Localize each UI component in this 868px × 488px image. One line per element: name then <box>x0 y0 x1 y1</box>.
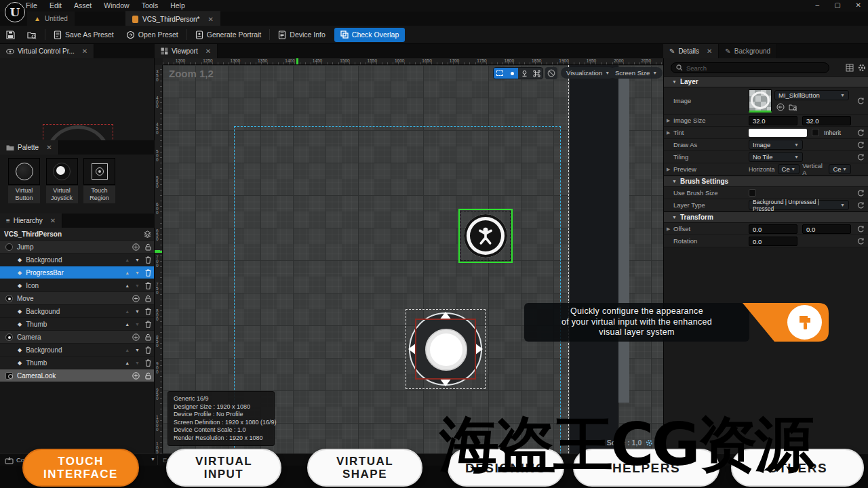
delete-icon[interactable] <box>145 282 151 289</box>
move-joystick-widget[interactable] <box>406 309 486 389</box>
menu-edit[interactable]: Edit <box>50 1 62 9</box>
move-up-icon[interactable]: ▲ <box>125 258 130 262</box>
visualization-dropdown[interactable]: Visualization▼ <box>561 67 615 79</box>
move-down-icon[interactable]: ▼ <box>135 309 140 314</box>
reset-icon[interactable] <box>857 226 864 232</box>
hierarchy-row-camera[interactable]: Camera <box>0 331 154 343</box>
search-input[interactable]: Search <box>671 62 829 73</box>
layer-type-dropdown[interactable]: Background | Unpressed | Pressed▼ <box>749 200 849 210</box>
delete-icon[interactable] <box>145 321 151 328</box>
offset-y-field[interactable]: 0.0 <box>802 224 851 234</box>
device-info-button[interactable]: Device Info <box>272 28 332 42</box>
close-panel-icon[interactable]: ✕ <box>707 47 712 55</box>
section-layer[interactable]: ▼Layer <box>664 76 868 87</box>
use-selected-asset-icon[interactable] <box>776 103 785 111</box>
move-down-icon[interactable]: ▼ <box>135 322 140 327</box>
reset-icon[interactable] <box>857 238 864 245</box>
hierarchy-row-move[interactable]: Move <box>0 292 154 304</box>
image-size-y-field[interactable]: 32.0 <box>802 116 851 125</box>
maximize-button[interactable]: ▢ <box>834 1 840 9</box>
move-up-icon[interactable]: ▲ <box>125 348 130 352</box>
move-up-icon[interactable]: ▲ <box>125 309 130 314</box>
disable-visualization-button[interactable] <box>545 67 557 79</box>
hierarchy-row-progressbar[interactable]: ◆ProgressBar▲▼ <box>0 266 154 279</box>
tint-color-swatch[interactable] <box>749 129 807 137</box>
grid-mode-button[interactable] <box>530 68 542 79</box>
hierarchy-row-icon[interactable]: ◆Icon▲▼ <box>0 279 154 291</box>
move-up-icon[interactable]: ▲ <box>125 322 130 327</box>
lock-icon[interactable] <box>145 372 151 380</box>
reset-icon[interactable] <box>857 202 864 209</box>
design-canvas[interactable]: Zoom 1,2 Visualization▼ Screen Size▼ Gen… <box>163 65 663 453</box>
hierarchy-row-background[interactable]: ◆Background▲▼ <box>0 253 154 266</box>
add-icon[interactable] <box>132 243 140 251</box>
content-drawer-icon[interactable] <box>5 456 14 464</box>
add-icon[interactable] <box>132 372 140 380</box>
section-brush-settings[interactable]: ▼Brush Settings <box>664 176 868 187</box>
delete-icon[interactable] <box>145 346 151 354</box>
close-tab-icon[interactable]: ✕ <box>208 16 213 23</box>
menu-help[interactable]: Help <box>170 1 185 9</box>
save-button[interactable] <box>0 28 21 42</box>
save-as-preset-button[interactable]: Save As Preset <box>47 28 120 42</box>
tiling-dropdown[interactable]: No Tile▼ <box>749 152 803 162</box>
generate-portrait-button[interactable]: Generate Portrait <box>189 28 268 42</box>
menu-asset[interactable]: Asset <box>74 1 92 9</box>
reset-icon[interactable] <box>857 98 864 104</box>
image-size-x-field[interactable]: 32.0 <box>749 116 797 125</box>
tab-virtual-control-preview[interactable]: Virtual Control Pr... ✕ <box>0 44 94 58</box>
palette-item-virtual-joystick[interactable]: Virtual Joystick <box>46 158 78 203</box>
tab-vcs-thirdperson[interactable]: VCS_ThirdPerson* ✕ <box>125 12 220 26</box>
hierarchy-row-background[interactable]: ◆Background▲▼ <box>0 344 154 356</box>
move-down-icon[interactable]: ▼ <box>135 270 140 275</box>
hierarchy-root-row[interactable]: VCS_ThirdPerson <box>0 228 154 240</box>
delete-icon[interactable] <box>145 256 151 264</box>
hierarchy-row-backgound[interactable]: ◆Backgound▲▼ <box>0 305 154 317</box>
tab-viewport[interactable]: Viewport ✕ <box>155 44 218 58</box>
menu-window[interactable]: Window <box>104 1 129 9</box>
tab-background[interactable]: ✎ Background <box>719 44 777 58</box>
move-up-icon[interactable]: ▲ <box>125 361 130 365</box>
use-brush-size-checkbox[interactable] <box>749 189 756 197</box>
chevron-down-icon[interactable]: ▼ <box>151 457 155 462</box>
dot-mode-button[interactable] <box>506 68 518 79</box>
preview-vertical-dropdown[interactable]: Ce▼ <box>829 164 851 174</box>
image-thumbnail[interactable] <box>749 89 772 113</box>
reset-icon[interactable] <box>857 190 864 197</box>
browse-to-asset-icon[interactable] <box>789 103 797 111</box>
move-up-icon[interactable]: ▲ <box>125 283 130 288</box>
tab-details[interactable]: ✎ Details ✕ <box>663 44 719 58</box>
add-icon[interactable] <box>132 333 140 341</box>
close-panel-icon[interactable]: ✕ <box>50 217 56 224</box>
expand-icon[interactable]: ▶ <box>667 167 670 172</box>
hierarchy-row-thumb[interactable]: ◆Thumb▲▼ <box>0 318 154 330</box>
grid-view-icon[interactable] <box>846 64 854 72</box>
jump-button-widget[interactable] <box>458 209 513 263</box>
reset-icon[interactable] <box>857 154 864 161</box>
image-asset-dropdown[interactable]: MI_SkillButton▼ <box>774 90 849 100</box>
outline-mode-button[interactable] <box>494 68 506 79</box>
reset-icon[interactable] <box>857 129 864 136</box>
move-down-icon[interactable]: ▼ <box>135 283 140 288</box>
joystick-mode-button[interactable] <box>518 68 530 79</box>
menu-tools[interactable]: Tools <box>142 1 159 9</box>
lock-icon[interactable] <box>145 295 151 302</box>
expand-icon[interactable]: ▶ <box>667 130 670 136</box>
move-down-icon[interactable]: ▼ <box>135 258 140 262</box>
close-panel-icon[interactable]: ✕ <box>205 47 211 55</box>
canvas-scrollbar[interactable] <box>618 79 629 403</box>
hierarchy-row-thumb[interactable]: ◆Thumb▲▼ <box>0 357 154 369</box>
offset-x-field[interactable]: 0.0 <box>749 224 797 234</box>
tab-untitled[interactable]: ▲ Untitled <box>27 12 75 26</box>
palette-item-virtual-button[interactable]: Virtual Button <box>8 158 40 203</box>
open-preset-button[interactable]: Open Preset <box>120 28 184 42</box>
inherit-checkbox[interactable] <box>812 129 819 136</box>
delete-icon[interactable] <box>145 308 151 315</box>
preview-horizontal-dropdown[interactable]: Ce▼ <box>778 164 800 174</box>
screen-size-dropdown[interactable]: Screen Size▼ <box>610 67 663 79</box>
move-up-icon[interactable]: ▲ <box>125 270 130 275</box>
tab-palette[interactable]: Palette ✕ <box>0 140 59 155</box>
move-down-icon[interactable]: ▼ <box>135 348 140 352</box>
draw-as-dropdown[interactable]: Image▼ <box>749 140 803 150</box>
add-icon[interactable] <box>132 295 140 302</box>
